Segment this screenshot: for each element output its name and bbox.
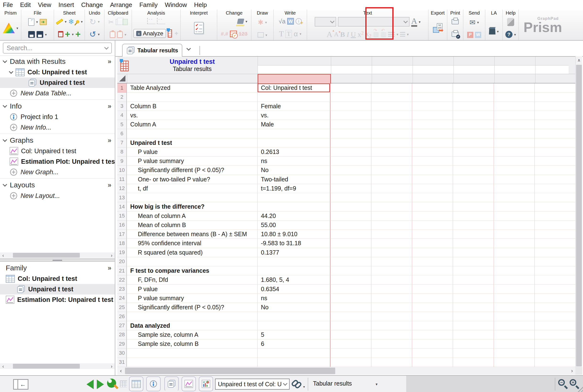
empty-cell[interactable] <box>412 166 453 175</box>
empty-cell[interactable] <box>535 111 576 120</box>
row-value-cell[interactable] <box>258 257 330 266</box>
collapse-navigator-icon[interactable]: ← <box>13 379 28 390</box>
empty-cell[interactable] <box>371 257 412 266</box>
menu-item-file[interactable]: File <box>3 1 13 8</box>
empty-cell[interactable] <box>453 138 494 148</box>
chevron-down-icon[interactable] <box>3 182 7 186</box>
view-info-button[interactable] <box>146 376 161 391</box>
row-number[interactable]: 11 <box>117 175 127 184</box>
row-number[interactable]: 12 <box>117 184 127 193</box>
empty-cell[interactable] <box>535 340 576 348</box>
empty-cell[interactable] <box>535 166 576 175</box>
empty-cell[interactable] <box>330 275 371 284</box>
interpret-checklist-icon[interactable]: ✔ ✔ <box>194 22 204 34</box>
empty-cell[interactable] <box>412 330 453 340</box>
chevron-down-icon[interactable]: ▾ <box>16 26 18 30</box>
row-value-cell[interactable]: 1.680, 5, 4 <box>258 275 330 284</box>
row-value-cell[interactable]: 10.80 ± 9.010 <box>258 230 330 239</box>
exclude-values-icon[interactable]: 123 <box>239 31 248 37</box>
empty-cell[interactable] <box>371 294 412 303</box>
empty-cell[interactable] <box>412 138 453 148</box>
empty-cell[interactable] <box>494 303 535 312</box>
row-value-cell[interactable]: ns <box>258 294 330 303</box>
print-preview-icon[interactable] <box>452 32 459 37</box>
empty-cell[interactable] <box>412 148 453 156</box>
empty-cell[interactable] <box>535 330 576 340</box>
menu-item-change[interactable]: Change <box>81 1 103 8</box>
empty-cell[interactable] <box>535 275 576 284</box>
save-as-icon[interactable] <box>36 31 43 38</box>
empty-cell[interactable] <box>330 184 371 193</box>
row-label-cell[interactable] <box>127 257 258 266</box>
empty-cell[interactable] <box>453 248 494 257</box>
add-info-icon[interactable]: i <box>296 18 302 24</box>
empty-cell[interactable] <box>494 220 535 230</box>
save-icon[interactable] <box>28 31 35 38</box>
row-number[interactable]: 14 <box>117 202 127 211</box>
row-number[interactable]: 17 <box>117 230 127 239</box>
empty-cell[interactable] <box>453 184 494 193</box>
decimal-format-icon[interactable]: #.# <box>221 31 228 37</box>
empty-cell[interactable] <box>371 348 412 358</box>
sidebar-item[interactable]: Unpaired t test <box>0 284 115 294</box>
row-label-cell[interactable]: R squared (eta squared) <box>127 248 258 257</box>
sidebar-item[interactable]: Col: Unpaired t test <box>0 67 115 78</box>
empty-cell[interactable] <box>371 285 412 294</box>
empty-cell[interactable] <box>371 212 412 220</box>
row-number[interactable]: 21 <box>117 266 127 275</box>
menu-item-arrange[interactable]: Arrange <box>110 1 132 8</box>
text-box-icon[interactable]: T <box>285 30 292 38</box>
row-value-cell[interactable]: -9.583 to 31.18 <box>258 239 330 248</box>
empty-cell[interactable] <box>453 285 494 294</box>
find-related-icon[interactable] <box>107 378 117 389</box>
empty-cell[interactable] <box>494 340 535 348</box>
row-number[interactable]: 18 <box>117 239 127 248</box>
empty-cell[interactable] <box>535 312 576 321</box>
empty-cell[interactable] <box>535 358 576 367</box>
align-icon[interactable] <box>388 32 395 37</box>
scroll-right-icon[interactable]: › <box>108 364 115 369</box>
empty-cell[interactable] <box>412 202 453 211</box>
empty-cell[interactable] <box>453 156 494 166</box>
row-label-cell[interactable]: P value <box>127 148 258 156</box>
empty-cell[interactable] <box>453 120 494 129</box>
print-icon[interactable] <box>452 19 459 24</box>
expand-icon[interactable]: » <box>108 182 111 189</box>
search-box[interactable] <box>3 42 112 54</box>
empty-cell[interactable] <box>330 120 371 129</box>
empty-cell[interactable] <box>330 294 371 303</box>
empty-cell[interactable] <box>453 358 494 367</box>
row-value-cell[interactable] <box>258 129 330 138</box>
row-value-cell[interactable] <box>258 92 330 102</box>
empty-cell[interactable] <box>453 212 494 220</box>
row-value-cell[interactable] <box>258 138 330 148</box>
empty-cell[interactable] <box>412 220 453 230</box>
empty-cell[interactable] <box>330 220 371 230</box>
empty-cell[interactable] <box>330 348 371 358</box>
select-all-corner-icon[interactable] <box>119 75 125 82</box>
row-value-cell[interactable]: 5 <box>258 330 330 340</box>
row-number[interactable]: 6 <box>117 129 127 138</box>
empty-cell[interactable] <box>412 257 453 266</box>
row-number[interactable]: 4 <box>117 111 127 120</box>
view-layout-button[interactable] <box>199 376 213 391</box>
sidebar-item[interactable]: New Data Table... <box>0 88 115 98</box>
pin-icon[interactable] <box>75 19 80 24</box>
empty-cell[interactable] <box>494 285 535 294</box>
delete-sheet-icon[interactable] <box>58 31 63 37</box>
empty-cell[interactable] <box>412 303 453 312</box>
empty-cell[interactable] <box>412 348 453 358</box>
empty-cell[interactable] <box>330 138 371 148</box>
empty-cell[interactable] <box>535 184 576 193</box>
help-icon[interactable]: ? <box>505 31 513 38</box>
chevron-down-icon[interactable] <box>104 45 108 50</box>
chevron-down-icon[interactable] <box>3 138 7 142</box>
empty-cell[interactable] <box>494 230 535 239</box>
empty-cell[interactable] <box>412 312 453 321</box>
empty-cell[interactable] <box>412 193 453 202</box>
greek-icon[interactable]: α <box>294 30 298 38</box>
empty-cell[interactable] <box>412 340 453 348</box>
empty-cell[interactable] <box>371 312 412 321</box>
empty-cell[interactable] <box>535 120 576 129</box>
family-h-scrollbar[interactable]: ‹ › <box>0 363 115 369</box>
